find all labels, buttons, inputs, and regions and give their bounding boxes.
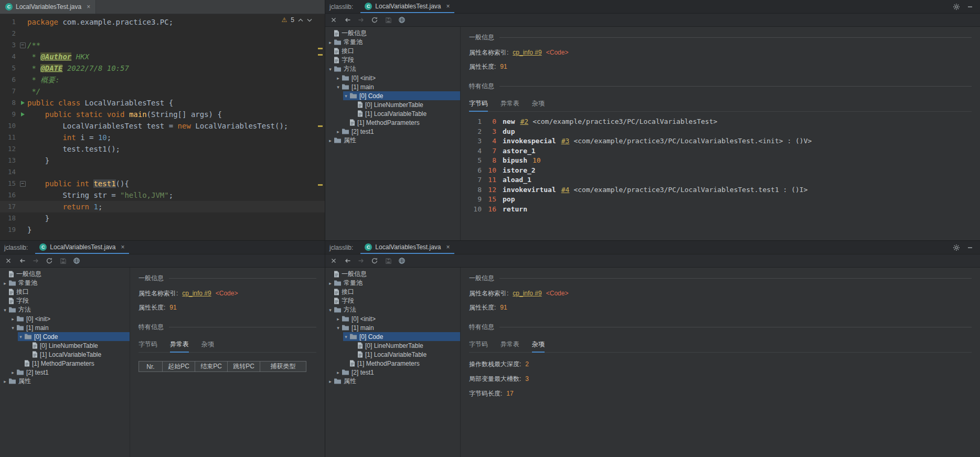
- browser-icon[interactable]: [397, 256, 407, 266]
- tree-node[interactable]: [1] MethodParameters: [18, 359, 130, 368]
- warning-stripe-mark[interactable]: [318, 48, 323, 49]
- tree-node[interactable]: ▸[2] test1: [335, 368, 460, 377]
- tree-node[interactable]: 接口: [327, 47, 460, 56]
- collapse-icon[interactable]: ▾: [343, 334, 349, 339]
- tree-node[interactable]: ▾方法: [2, 305, 130, 314]
- editor-line[interactable]: 2: [0, 28, 325, 39]
- tree-node[interactable]: ▾方法: [327, 305, 460, 314]
- close-tab-icon[interactable]: ×: [87, 4, 90, 10]
- tree-node[interactable]: ▸属性: [327, 377, 460, 386]
- forward-icon[interactable]: [356, 256, 366, 266]
- tree-node[interactable]: ▾[1] main: [10, 323, 130, 332]
- collapse-icon[interactable]: ▾: [327, 67, 333, 72]
- tree-node[interactable]: ▾方法: [327, 65, 460, 73]
- tree-node[interactable]: [0] LineNumberTable: [351, 341, 460, 350]
- inspections-widget[interactable]: ⚠ 5: [282, 16, 312, 24]
- tree-node[interactable]: 一般信息: [327, 270, 460, 279]
- editor-line[interactable]: 5 * @DATE 2022/7/8 10:57: [0, 62, 325, 74]
- tree-node[interactable]: ▾[1] main: [335, 323, 460, 332]
- tree-node[interactable]: ▸常量池: [327, 279, 460, 288]
- editor-line[interactable]: 4 * @Author HKX: [0, 51, 325, 62]
- close-file-icon[interactable]: [328, 256, 339, 266]
- collapse-icon[interactable]: ▾: [335, 84, 341, 90]
- refresh-icon[interactable]: [44, 256, 55, 266]
- tab-exception-table[interactable]: 异常表: [170, 340, 189, 353]
- save-icon[interactable]: [383, 256, 393, 266]
- tree-node[interactable]: 一般信息: [2, 270, 130, 279]
- editor-line[interactable]: 10 LocalVariablesTest test = new LocalVa…: [0, 120, 325, 132]
- expand-icon[interactable]: ▸: [335, 316, 341, 322]
- warning-stripe-mark[interactable]: [318, 54, 323, 56]
- tree-node[interactable]: ▾[0] Code: [18, 332, 130, 341]
- tree-node[interactable]: ▾[0] Code: [343, 332, 460, 341]
- close-tab-icon[interactable]: ×: [446, 3, 450, 9]
- tree-node[interactable]: [1] LocalVariableTable: [351, 350, 460, 359]
- editor-line[interactable]: 9 public static void main(String[] args)…: [0, 109, 325, 120]
- run-icon[interactable]: [21, 101, 25, 105]
- editor-line[interactable]: 19}: [0, 224, 325, 236]
- expand-icon[interactable]: ▸: [2, 281, 8, 286]
- collapse-icon[interactable]: ▾: [2, 307, 8, 313]
- editor-line[interactable]: 3−/**: [0, 39, 325, 51]
- collapse-icon[interactable]: ▾: [18, 334, 24, 339]
- editor-line[interactable]: 6 * 概要:: [0, 74, 325, 86]
- cp-info-link[interactable]: cp_info #9: [513, 49, 541, 56]
- tree-node[interactable]: [0] LineNumberTable: [351, 100, 460, 109]
- tab-bytecode[interactable]: 字节码: [469, 99, 488, 112]
- tree-node[interactable]: 一般信息: [327, 29, 460, 38]
- constant-pool-link[interactable]: #3: [561, 136, 570, 146]
- editor-line[interactable]: 13 }: [0, 155, 325, 166]
- tree-node[interactable]: 接口: [2, 288, 130, 296]
- expand-icon[interactable]: ▸: [335, 129, 341, 134]
- hide-tool-window-icon[interactable]: [966, 3, 974, 10]
- tree-node[interactable]: ▸属性: [2, 377, 130, 386]
- tree-node[interactable]: [1] MethodParameters: [343, 359, 460, 368]
- save-icon[interactable]: [383, 15, 393, 25]
- tree-node[interactable]: 接口: [327, 288, 460, 296]
- editor-line[interactable]: 17 return 1;: [0, 201, 325, 212]
- gear-icon[interactable]: [953, 3, 960, 10]
- editor-line[interactable]: 15− public int test1(){: [0, 178, 325, 189]
- bytecode-row[interactable]: 34invokespecial#3<com/example/practice3/…: [469, 136, 972, 146]
- editor-line[interactable]: 16 String str = "hello,JVM";: [0, 189, 325, 201]
- back-icon[interactable]: [17, 256, 27, 266]
- expand-icon[interactable]: ▸: [2, 379, 8, 384]
- refresh-icon[interactable]: [369, 15, 380, 25]
- jclasslib-tab[interactable]: C LocalVariablesTest.java ×: [35, 241, 129, 254]
- editor-line[interactable]: 1package com.example.practice3.PC;: [0, 16, 325, 28]
- cp-info-link[interactable]: cp_info #9: [182, 290, 211, 297]
- tab-exception-table[interactable]: 异常表: [500, 99, 519, 111]
- tab-misc[interactable]: 杂项: [532, 99, 545, 111]
- constant-pool-link[interactable]: #4: [561, 185, 570, 195]
- bytecode-row[interactable]: 915pop: [469, 195, 972, 205]
- warning-stripe-mark[interactable]: [318, 125, 323, 127]
- editor-tab[interactable]: C LocalVariablesTest.java ×: [0, 0, 96, 14]
- tree-node[interactable]: [1] LocalVariableTable: [26, 350, 130, 359]
- tree-node[interactable]: ▸[2] test1: [335, 127, 460, 136]
- browser-icon[interactable]: [71, 256, 82, 266]
- editor-line[interactable]: 7 */: [0, 86, 325, 97]
- tree-node[interactable]: 字段: [327, 56, 460, 65]
- editor-body[interactable]: 1package com.example.practice3.PC;23−/**…: [0, 14, 325, 241]
- tab-misc[interactable]: 杂项: [201, 340, 214, 352]
- tree-node[interactable]: ▸[2] test1: [10, 368, 130, 377]
- expand-icon[interactable]: ▸: [335, 370, 341, 375]
- expand-icon[interactable]: ▸: [327, 281, 333, 286]
- bytecode-row[interactable]: 58bipush10: [469, 156, 972, 166]
- tree-node[interactable]: ▸[0] <init>: [10, 314, 130, 323]
- editor-line[interactable]: 11 int i = 10;: [0, 132, 325, 143]
- forward-icon[interactable]: [30, 256, 41, 266]
- expand-icon[interactable]: ▸: [327, 379, 333, 384]
- close-file-icon[interactable]: [3, 256, 14, 266]
- tree-node[interactable]: ▸[0] <init>: [335, 314, 460, 323]
- tree-node[interactable]: ▸常量池: [2, 279, 130, 288]
- back-icon[interactable]: [342, 15, 353, 25]
- bytecode-row[interactable]: 47astore_1: [469, 146, 972, 156]
- back-icon[interactable]: [342, 256, 353, 266]
- bytecode-row[interactable]: 1016return: [469, 205, 972, 215]
- expand-icon[interactable]: ▸: [335, 76, 341, 81]
- cp-info-link[interactable]: cp_info #9: [513, 290, 541, 297]
- fold-icon[interactable]: −: [20, 42, 26, 48]
- close-tab-icon[interactable]: ×: [446, 244, 450, 250]
- collapse-icon[interactable]: ▾: [343, 93, 349, 99]
